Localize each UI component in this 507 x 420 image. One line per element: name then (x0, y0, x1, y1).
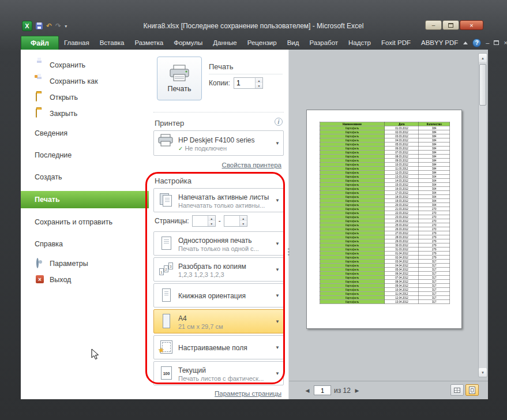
zoom-to-page-button[interactable] (465, 384, 479, 396)
page-navigation: ◀ из 12 ▶ (304, 385, 360, 395)
redo-icon[interactable]: ↷ (55, 21, 61, 31)
preview-table-row: Картофель02.04.2012279 (320, 255, 450, 259)
sidebar-item-close[interactable]: Закрыть (21, 106, 149, 121)
one-sided-icon (157, 234, 175, 253)
sidebar-item-open[interactable]: Открыть (21, 90, 149, 105)
ribbon-tab[interactable]: Рецензир (242, 36, 282, 50)
sidebar-item-exit[interactable]: × Выход (21, 272, 149, 287)
copies-row: Копии: ▲ ▼ (209, 77, 263, 89)
printer-properties-link[interactable]: Свойства принтера (222, 162, 281, 168)
splitter-grip[interactable] (287, 243, 291, 260)
preview-table-row: Картофель13.04.2012317 (320, 299, 450, 303)
preview-bottom-bar: ◀ из 12 ▶ (289, 381, 488, 399)
pages-from-stepper: ▲▼ (192, 215, 216, 227)
ribbon-tab[interactable]: Надстр (343, 36, 376, 50)
preview-table-row: Картофель26.03.2012270 (320, 227, 450, 231)
sidebar-item-print[interactable]: Печать (21, 191, 149, 208)
ribbon-tab[interactable]: ABBYY PDF (416, 36, 463, 50)
preview-table-row: Картофель19.03.2012304 (320, 198, 450, 202)
sidebar-item-recent[interactable]: Последние (21, 148, 149, 163)
workbook-minimize-icon[interactable]: – (486, 39, 489, 46)
sidebar-item-save[interactable]: Сохранить (21, 58, 149, 73)
info-icon[interactable]: i (275, 118, 283, 126)
pages-from-input[interactable] (193, 216, 208, 226)
sidebar-item-new[interactable]: Создать (21, 170, 149, 185)
preview-table-wrap: Наименование Дата Количество Картофель01… (320, 122, 450, 304)
copies-input[interactable] (234, 78, 255, 88)
sidebar-item-info[interactable]: Сведения (21, 126, 149, 141)
maximize-button[interactable] (442, 20, 459, 30)
save-icon[interactable] (36, 21, 43, 31)
spin-down-icon[interactable]: ▼ (240, 221, 247, 226)
preview-scrollbar[interactable]: ▲ ▼ (478, 53, 487, 377)
sidebar-item-options[interactable]: Параметры (21, 256, 149, 271)
active-sheets-icon (157, 191, 175, 209)
print-what-dropdown[interactable]: Напечатать активные листы Напечатать тол… (153, 188, 284, 212)
sidebar-item-save-send[interactable]: Сохранить и отправить (21, 215, 149, 230)
minimize-button[interactable]: – (425, 20, 442, 30)
spin-up-icon[interactable]: ▲ (240, 216, 247, 221)
scaling-dropdown[interactable]: 100 Текущий Печать листов с фактическ...… (153, 361, 284, 385)
minimize-ribbon-icon[interactable] (463, 42, 468, 44)
pages-to-stepper: ▲▼ (224, 215, 247, 227)
qat-customize-icon[interactable]: ▾ (65, 21, 67, 31)
sidebar-item-help[interactable]: Справка (21, 237, 149, 252)
margins-dropdown[interactable]: ★ Настраиваемые поля ▼ (153, 335, 284, 359)
preview-table-row: Картофель10.03.2012384 (320, 162, 450, 166)
exit-icon: × (36, 275, 45, 284)
paper-size-dropdown[interactable]: A4 21 см x 29,7 см ▼ (153, 309, 284, 333)
preview-table-row: Картофель07.04.2012317 (320, 275, 450, 279)
custom-margins-icon: ★ (157, 338, 175, 357)
current-page-input[interactable] (314, 385, 331, 395)
window-controls: – × (425, 20, 483, 30)
workbook-close-icon[interactable]: × (504, 39, 507, 46)
preview-table: Наименование Дата Количество Картофель01… (320, 122, 450, 304)
spin-up-icon[interactable]: ▲ (256, 78, 262, 83)
sidebar-item-save-as[interactable]: Сохранить как (21, 74, 149, 89)
duplex-dropdown[interactable]: Односторонняя печать Печать только на од… (153, 231, 284, 256)
ribbon-tab[interactable]: Разметка (129, 36, 168, 50)
print-button[interactable]: Печать (157, 57, 202, 100)
preview-table-row: Картофель31.03.2012279 (320, 247, 450, 251)
spin-up-icon[interactable]: ▲ (208, 216, 215, 221)
spin-down-icon[interactable]: ▼ (256, 83, 262, 88)
prev-page-icon[interactable]: ◀ (304, 388, 311, 393)
excel-logo-icon[interactable]: X (22, 21, 32, 31)
pages-to-input[interactable] (224, 216, 239, 226)
preview-table-row: Картофель06.03.2012384 (320, 146, 450, 150)
preview-table-row: Картофель11.04.2012317 (320, 291, 450, 295)
preview-table-row: Картофель23.03.2012270 (320, 215, 450, 219)
ribbon-tab[interactable]: Вставка (95, 36, 130, 50)
preview-table-row: Картофель28.03.2012279 (320, 235, 450, 239)
quick-access-toolbar: X ↶ ↷ ▾ (22, 21, 67, 31)
save-as-icon (36, 77, 45, 86)
preview-table-row: Картофель01.04.2012279 (320, 251, 450, 255)
help-icon[interactable]: ? (472, 39, 481, 47)
collate-dropdown[interactable]: 1 2 3 Разобрать по копиям 1,2,3 1,2,3 1,… (153, 257, 284, 282)
chevron-down-icon: ▼ (275, 293, 280, 298)
copies-spin-arrows: ▲ ▼ (255, 78, 262, 88)
scroll-down-icon[interactable]: ▼ (479, 368, 487, 377)
show-margins-button[interactable] (450, 384, 464, 396)
orientation-dropdown[interactable]: Книжная ориентация ▼ (153, 283, 284, 308)
scroll-up-icon[interactable]: ▲ (479, 54, 487, 62)
tab-file[interactable]: Файл (21, 36, 59, 50)
workbook-restore-icon[interactable] (494, 40, 499, 45)
ribbon-tab[interactable]: Разработ (304, 36, 343, 50)
copies-label: Копии: (209, 79, 230, 87)
page-setup-link[interactable]: Параметры страницы (215, 390, 281, 397)
ribbon-tab[interactable]: Главная (59, 36, 95, 50)
ribbon-tab[interactable]: Данные (208, 36, 242, 50)
ribbon-right-controls: ? – × (463, 36, 507, 50)
ribbon-tab[interactable]: Вид (282, 36, 305, 50)
printer-dropdown[interactable]: HP Deskjet F4100 series ✓ Не подключен ▼ (153, 130, 284, 156)
ribbon-tab[interactable]: Формулы (168, 36, 208, 50)
printer-info: HP Deskjet F4100 series ✓ Не подключен (178, 134, 273, 152)
settings-section-heading: Настройка (155, 175, 283, 189)
spin-down-icon[interactable]: ▼ (208, 221, 215, 226)
undo-icon[interactable]: ↶ (46, 21, 52, 31)
next-page-icon[interactable]: ▶ (354, 388, 360, 393)
scrollbar-thumb[interactable] (479, 64, 486, 106)
close-button[interactable]: × (460, 20, 483, 30)
ribbon-tab[interactable]: Foxit PDF (376, 36, 416, 50)
